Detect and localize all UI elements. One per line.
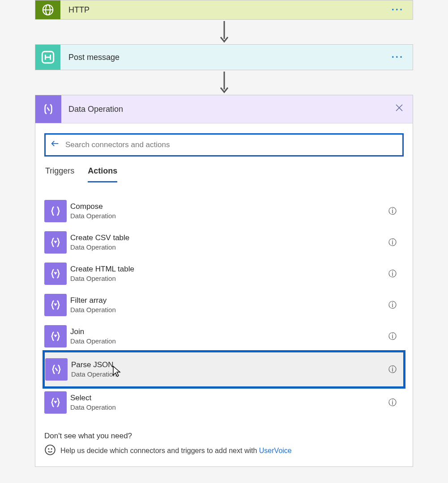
search-bar[interactable] (44, 133, 404, 157)
smile-icon (44, 444, 56, 458)
info-icon[interactable]: ⓘ (388, 237, 404, 248)
step-post-message[interactable]: Post message ··· (35, 44, 413, 70)
info-icon[interactable]: ⓘ (388, 268, 404, 279)
step-http[interactable]: HTTP ··· (35, 0, 413, 20)
step-post-title: Post message (60, 53, 392, 62)
svg-point-16 (51, 449, 52, 449)
tab-actions[interactable]: Actions (88, 166, 117, 182)
actions-list: Compose Data Operation ⓘ Create (44, 195, 404, 418)
action-subtitle: Data Operation (70, 403, 388, 412)
action-subtitle: Data Operation (71, 370, 388, 379)
http-icon (35, 0, 60, 19)
data-operation-icon (35, 95, 61, 123)
action-subtitle: Data Operation (70, 274, 388, 283)
uservoice-link[interactable]: UserVoice (259, 447, 292, 454)
svg-point-15 (48, 449, 49, 449)
flow-arrow (35, 70, 413, 95)
braces-icon (44, 200, 67, 222)
footer-prompt: Don't see what you need? (44, 432, 404, 441)
tabs: Triggers Actions (44, 166, 404, 183)
svg-point-14 (45, 445, 55, 455)
action-create-csv-table[interactable]: Create CSV table Data Operation ⓘ (44, 227, 404, 258)
close-icon[interactable] (395, 103, 413, 115)
action-select[interactable]: Select Data Operation ⓘ (44, 387, 404, 418)
svg-line-9 (47, 107, 50, 111)
info-icon[interactable]: ⓘ (388, 397, 404, 408)
footer-help-text: Help us decide which connectors and trig… (60, 447, 259, 454)
panel-header: Data Operation (35, 95, 413, 123)
panel-title: Data Operation (61, 105, 395, 114)
braces-icon (44, 391, 67, 414)
action-picker-panel: Data Operation Triggers (35, 95, 413, 467)
flow-arrow (35, 20, 413, 44)
svg-line-13 (55, 368, 58, 371)
action-subtitle: Data Operation (70, 305, 388, 314)
step-http-title: HTTP (60, 5, 392, 15)
braces-icon (44, 294, 67, 316)
action-join[interactable]: Join Data Operation ⓘ (44, 321, 404, 352)
footer-help: Don't see what you need? Help us decide … (44, 432, 404, 458)
action-compose[interactable]: Compose Data Operation ⓘ (44, 195, 404, 227)
braces-icon (45, 358, 68, 381)
action-create-html-table[interactable]: Create HTML table Data Operation ⓘ (44, 258, 404, 289)
action-subtitle: Data Operation (70, 337, 388, 346)
search-input[interactable] (64, 140, 398, 150)
post-message-icon (35, 45, 60, 70)
action-subtitle: Data Operation (70, 243, 388, 252)
action-title: Filter array (70, 296, 388, 305)
back-arrow-icon[interactable] (50, 139, 64, 151)
info-icon[interactable]: ⓘ (388, 331, 404, 342)
action-title: Select (70, 393, 388, 403)
braces-icon (44, 325, 67, 347)
action-filter-array[interactable]: Filter array Data Operation ⓘ (44, 289, 404, 321)
info-icon[interactable]: ⓘ (388, 364, 404, 375)
action-title: Parse JSON (71, 360, 388, 370)
action-title: Join (70, 327, 388, 337)
info-icon[interactable]: ⓘ (388, 300, 404, 310)
action-subtitle: Data Operation (70, 212, 388, 220)
info-icon[interactable]: ⓘ (388, 206, 404, 216)
action-parse-json[interactable]: Parse JSON Data Operation ⓘ (44, 352, 404, 387)
braces-icon (44, 231, 67, 254)
braces-icon (44, 263, 67, 285)
step-http-more-icon[interactable]: ··· (392, 4, 413, 16)
action-title: Create HTML table (70, 264, 388, 274)
step-post-more-icon[interactable]: ··· (392, 51, 413, 63)
action-title: Create CSV table (70, 233, 388, 243)
tab-triggers[interactable]: Triggers (45, 166, 74, 182)
action-title: Compose (70, 202, 388, 212)
